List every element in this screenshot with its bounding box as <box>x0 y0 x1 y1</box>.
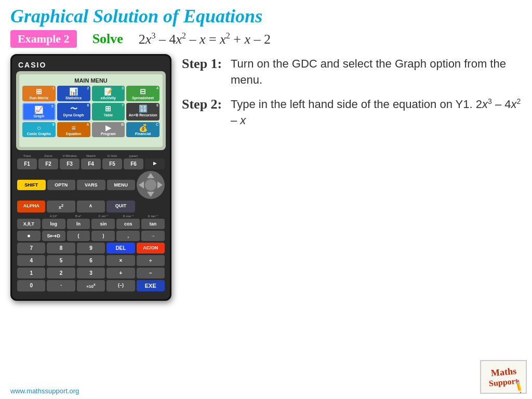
key-sd[interactable]: S⟷D <box>42 231 65 241</box>
label-trace: Trace <box>17 154 37 158</box>
steps-area: Step 1: Turn on the GDC and select the G… <box>182 54 522 137</box>
key-caret[interactable]: ∧ <box>77 201 105 212</box>
key-f5[interactable]: F5 <box>102 158 122 169</box>
key-log[interactable]: log <box>42 219 65 229</box>
step2-label: Step 2: <box>182 97 229 112</box>
label-gsolv: G-Solv <box>102 154 122 158</box>
num-row-789: 7 8 9 DEL AC/ON <box>17 243 165 254</box>
key-f2[interactable]: F2 <box>38 158 58 169</box>
key-arrow[interactable]: → <box>141 231 165 241</box>
key-neg[interactable]: (–) <box>107 280 135 291</box>
example-badge: Example 2 <box>10 30 77 48</box>
key-alpha[interactable]: ALPHA <box>17 201 45 212</box>
menu-grid: 1 ⊞ Run-Matrix 2 📊 Statistics 3 📝 <box>22 86 159 137</box>
key-6[interactable]: 6 <box>77 255 105 266</box>
key-quit[interactable]: QUIT <box>107 201 135 212</box>
menu-equation[interactable]: A ≡ Equation <box>57 122 90 138</box>
page-title: Graphical Solution of Equations <box>10 5 522 27</box>
menu-dyna-graph[interactable]: 6 〜 Dyna Graph <box>57 103 90 121</box>
calculator-screen-inner: MAIN MENU 1 ⊞ Run-Matrix 2 📊 Statistics <box>19 74 163 147</box>
label-sketch: Sketch <box>81 154 101 158</box>
trig-row: X,θ,T log ln sin cos tan <box>17 219 165 229</box>
key-x2[interactable]: x2 <box>47 201 75 212</box>
misc-row: ■ S⟷D ( ) , → <box>17 231 165 241</box>
key-optn[interactable]: OPTN <box>47 180 76 190</box>
label-zoom: Zoom <box>38 154 58 158</box>
key-8[interactable]: 8 <box>47 243 75 254</box>
key-3[interactable]: 3 <box>77 268 105 278</box>
page: Graphical Solution of Equations Example … <box>0 0 532 399</box>
key-0[interactable]: 0 <box>17 280 45 291</box>
key-f1[interactable]: F1 <box>17 158 37 169</box>
menu-graph[interactable]: 5 📈 Graph <box>22 103 56 121</box>
step1-text: Turn on the GDC and select the Graph opt… <box>231 56 522 88</box>
fn-label-row: Trace Zoom V-Window Sketch G-Solv G⟷T <box>17 154 165 158</box>
key-sin[interactable]: sin <box>91 219 115 229</box>
screen-main-menu: MAIN MENU <box>22 77 159 84</box>
menu-recursion[interactable]: 8 🔢 An+B Recursion <box>126 103 159 121</box>
key-comma[interactable]: , <box>116 231 140 241</box>
key-ln[interactable]: ln <box>67 219 90 229</box>
key-f6[interactable]: F6 <box>124 158 143 169</box>
key-1[interactable]: 1 <box>17 268 45 278</box>
menu-table[interactable]: 7 ⊞ Table <box>92 103 125 121</box>
step-2: Step 2: Type in the left hand side of th… <box>182 97 522 129</box>
menu-spreadsheet[interactable]: 4 ⊟ Spreadsheet <box>126 86 159 101</box>
alpha-row: ALPHA x2 ∧ QUIT <box>17 201 165 212</box>
num-row-123: 1 2 3 + – <box>17 268 165 278</box>
key-plus[interactable]: + <box>107 268 135 278</box>
example-row: Example 2 Solve 2x3 – 4x2 – x = x2 + x –… <box>10 30 522 48</box>
key-cos[interactable]: cos <box>116 219 140 229</box>
key-ac[interactable]: AC/ON <box>137 243 165 254</box>
key-4[interactable]: 4 <box>17 255 45 266</box>
key-7[interactable]: 7 <box>17 243 45 254</box>
menu-eactivity[interactable]: 3 📝 eActivity <box>92 86 125 101</box>
left-keys: SHIFT OPTN VARS MENU <box>17 180 135 190</box>
solve-label: Solve <box>92 31 123 47</box>
footer-url[interactable]: www.mathssupport.org <box>10 387 79 395</box>
calculator-screen-outer: MAIN MENU 1 ⊞ Run-Matrix 2 📊 Statistics <box>16 71 166 150</box>
label-vwindow: V-Window <box>60 154 79 158</box>
menu-program[interactable]: B ▶ Program <box>92 122 125 138</box>
key-multiply[interactable]: × <box>107 255 135 266</box>
num-row-0: 0 · ×10x (–) EXE <box>17 280 165 291</box>
key-f3[interactable]: F3 <box>60 158 79 169</box>
key-5[interactable]: 5 <box>47 255 75 266</box>
watermark: Maths Support ✏️ <box>480 360 527 394</box>
step-1: Step 1: Turn on the GDC and select the G… <box>182 56 522 88</box>
key-x10[interactable]: ×10x <box>77 280 105 291</box>
key-2[interactable]: 2 <box>47 268 75 278</box>
calculator-brand: CASIO <box>16 60 166 71</box>
num-row-456: 4 5 6 × ÷ <box>17 255 165 266</box>
key-xtheta[interactable]: X,θ,T <box>17 219 41 229</box>
key-f4[interactable]: F4 <box>81 158 101 169</box>
key-fraction[interactable]: ■ <box>17 231 41 241</box>
menu-run-matrix[interactable]: 1 ⊞ Run-Matrix <box>22 86 56 101</box>
menu-statistics[interactable]: 2 📊 Statistics <box>57 86 90 101</box>
key-minus[interactable]: – <box>137 268 165 278</box>
menu-conic-graphs[interactable]: 9 ○ Conic Graphs <box>22 122 56 138</box>
key-menu[interactable]: MENU <box>107 180 136 190</box>
key-close-paren[interactable]: ) <box>91 231 115 241</box>
fn-key-row: F1 F2 F3 F4 F5 F6 ▶ <box>17 158 165 169</box>
key-divide[interactable]: ÷ <box>137 255 165 266</box>
label-empty <box>145 154 165 158</box>
step1-label: Step 1: <box>182 56 229 72</box>
key-vars[interactable]: VARS <box>77 180 105 190</box>
key-shift[interactable]: SHIFT <box>17 180 46 190</box>
key-extra[interactable]: ▶ <box>145 158 165 169</box>
key-dot[interactable]: · <box>47 280 75 291</box>
equation: 2x3 – 4x2 – x = x2 + x – 2 <box>139 31 271 47</box>
key-del[interactable]: DEL <box>107 243 135 254</box>
dpad[interactable] <box>137 171 165 199</box>
calculator: CASIO MAIN MENU 1 ⊞ Run-Matrix 2 📊 St <box>10 54 171 301</box>
middle-key-section: SHIFT OPTN VARS MENU <box>17 171 165 199</box>
key-9[interactable]: 9 <box>77 243 105 254</box>
step2-text: Type in the left hand side of the equati… <box>231 97 522 129</box>
key-exe[interactable]: EXE <box>137 280 165 291</box>
key-tan[interactable]: tan <box>141 219 165 229</box>
label-g-arrow: G⟷T <box>124 154 143 158</box>
trig-row-labels: A 10ˣ B eˣ C sin⁻¹ D cos⁻¹ E tan⁻¹ <box>17 214 165 218</box>
key-open-paren[interactable]: ( <box>67 231 90 241</box>
menu-financial[interactable]: C 💰 Financial <box>126 122 159 138</box>
